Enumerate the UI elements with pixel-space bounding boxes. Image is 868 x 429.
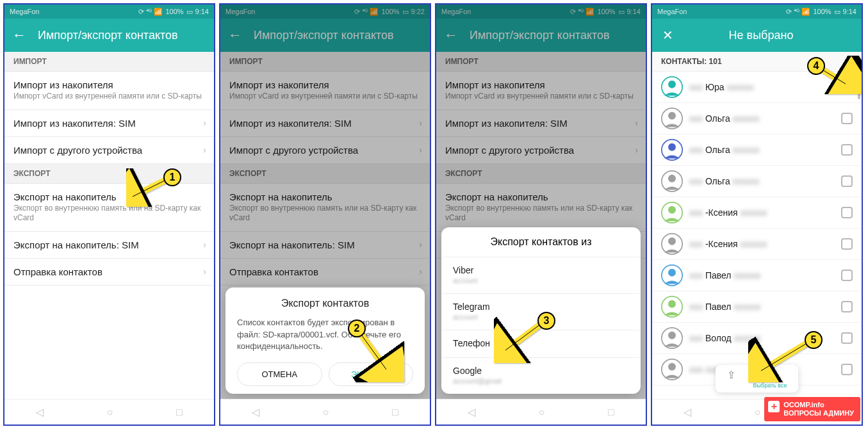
contact-row[interactable]: xxx Ольга xxxxxx — [652, 103, 862, 134]
import-sim[interactable]: Импорт из накопителя: SIM › — [4, 110, 214, 137]
svg-point-26 — [668, 332, 676, 339]
chevron-right-icon: › — [203, 118, 206, 128]
checkbox[interactable] — [841, 270, 853, 281]
import-other-device[interactable]: Импорт с другого устройства › — [4, 137, 214, 164]
plus-icon: + — [768, 401, 780, 412]
status-right: ⟳ ⁴ᴳ 📶 100% ▭ 9:14 — [138, 8, 209, 16]
nav-home-icon[interactable]: ○ — [107, 407, 113, 418]
chevron-right-icon: › — [203, 239, 206, 250]
contact-name: xxx Ольга xxxxxx — [689, 113, 835, 124]
checkbox[interactable] — [841, 238, 853, 250]
contact-row[interactable]: xxx Павел xxxxxx — [652, 291, 862, 323]
export-from-sheet: Экспорт контактов из Viberaccount Telegr… — [441, 227, 641, 394]
avatar-icon — [661, 264, 683, 286]
annotation-marker-3: 3 — [494, 312, 558, 366]
send-contacts[interactable]: Отправка контактов › — [4, 259, 214, 286]
export-sim[interactable]: Экспорт на накопитель: SIM › — [4, 232, 214, 259]
nav-bar: ◁ ○ □ — [4, 399, 214, 425]
contact-row[interactable]: xxx Ольга xxxxxx — [652, 166, 862, 197]
phone-screen-4: MegaFon ⟳ ⁴ᴳ 📶 100% ▭ 9:14 ✕ Не выбрано … — [651, 3, 863, 426]
app-bar: ← Импорт/экспорт контактов — [4, 19, 214, 52]
import-storage[interactable]: Импорт из накопителя Импорт vCard из вну… — [4, 72, 214, 110]
share-button[interactable]: ⇪ — [727, 369, 735, 389]
chevron-right-icon: › — [203, 266, 206, 277]
sheet-item-viber[interactable]: Viberaccount — [441, 257, 641, 294]
svg-point-24 — [668, 300, 676, 308]
phone-screen-3: MegaFon ⟳ ⁴ᴳ 📶 100% ▭ 9:14 ← Импорт/эксп… — [435, 3, 647, 426]
svg-point-10 — [668, 81, 676, 88]
nav-recent-icon[interactable]: □ — [176, 407, 183, 418]
annotation-marker-4: 4 — [806, 56, 863, 97]
nav-back-icon[interactable]: ◁ — [36, 406, 44, 418]
contact-name: xxx Павел xxxxxx — [689, 270, 835, 280]
avatar-icon — [661, 233, 683, 255]
checkbox[interactable] — [841, 301, 853, 312]
contact-name: xxx Ольга xxxxxx — [689, 145, 835, 155]
svg-line-34 — [761, 340, 812, 371]
svg-point-12 — [668, 112, 676, 120]
avatar-icon — [661, 359, 683, 380]
checkbox[interactable] — [841, 332, 853, 344]
checkbox[interactable] — [841, 175, 853, 187]
app-bar: ✕ Не выбрано — [652, 19, 862, 52]
svg-point-18 — [668, 206, 676, 214]
checkbox[interactable] — [841, 113, 853, 124]
status-bar: MegaFon ⟳ ⁴ᴳ 📶 100% ▭ 9:14 — [4, 4, 214, 19]
svg-point-20 — [668, 238, 676, 245]
contact-row[interactable]: xxx -Ксения xxxxxx — [652, 229, 862, 260]
watermark: + OCOMP.info ВОПРОСЫ АДМИНУ — [764, 397, 860, 421]
contact-row[interactable]: xxx -Ксения xxxxxx — [652, 197, 862, 229]
dialog-title: Экспорт контактов — [237, 298, 413, 309]
avatar-icon — [661, 296, 683, 318]
nav-bar: ◁○□ — [220, 399, 430, 425]
svg-point-16 — [668, 175, 676, 182]
contact-name: xxx Павел xxxxxx — [689, 302, 835, 312]
contact-row[interactable]: xxx Ольга xxxxxx — [652, 134, 862, 166]
back-icon[interactable]: ← — [12, 27, 26, 44]
phone-screen-2: MegaFon ⟳ ⁴ᴳ 📶 100% ▭ 9:22 ← Импорт/эксп… — [219, 3, 431, 426]
status-bar: MegaFon ⟳ ⁴ᴳ 📶 100% ▭ 9:14 — [652, 4, 862, 19]
avatar-icon — [661, 108, 683, 129]
annotation-marker-1: 1 — [126, 168, 184, 209]
avatar-icon — [661, 139, 683, 161]
nav-bar: ◁○□ — [436, 399, 646, 425]
checkbox[interactable] — [841, 207, 853, 218]
chevron-right-icon: › — [203, 145, 206, 155]
sheet-title: Экспорт контактов из — [441, 227, 641, 257]
contact-name: xxx Ольга xxxxxx — [689, 176, 835, 186]
avatar-icon — [661, 170, 683, 192]
annotation-marker-2: 2 — [347, 318, 404, 385]
annotation-marker-5: 5 — [748, 331, 825, 385]
page-title: Импорт/экспорт контактов — [38, 29, 178, 42]
carrier-label: MegaFon — [10, 8, 39, 15]
section-import: ИМПОРТ — [4, 52, 214, 72]
cancel-button[interactable]: ОТМЕНА — [237, 362, 322, 386]
contact-row[interactable]: xxx Павел xxxxxx — [652, 260, 862, 291]
avatar-icon — [661, 202, 683, 223]
checkbox[interactable] — [841, 364, 853, 375]
contact-name: xxx -Ксения xxxxxx — [689, 207, 835, 218]
page-title: Не выбрано — [668, 29, 854, 42]
avatar-icon — [661, 76, 683, 98]
svg-point-28 — [668, 363, 676, 371]
checkbox[interactable] — [841, 144, 853, 156]
avatar-icon — [661, 327, 683, 349]
svg-point-14 — [668, 143, 676, 151]
svg-point-22 — [668, 269, 676, 277]
phone-screen-1: MegaFon ⟳ ⁴ᴳ 📶 100% ▭ 9:14 ← Импорт/эксп… — [3, 3, 215, 426]
contact-name: xxx -Ксения xxxxxx — [689, 239, 835, 249]
